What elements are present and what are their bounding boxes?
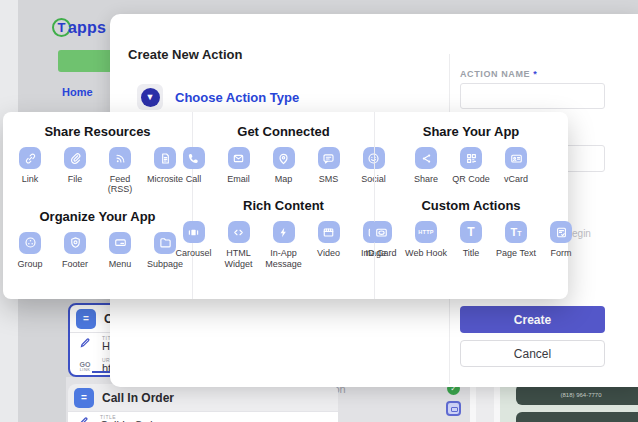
action-name-input[interactable] <box>460 83 605 109</box>
action-type-label: Call <box>171 174 217 184</box>
call-icon[interactable] <box>183 147 205 169</box>
phone-secondary-button[interactable] <box>516 412 638 422</box>
action-type-sms[interactable]: SMS <box>310 147 348 184</box>
microsite-icon[interactable] <box>154 147 176 169</box>
action-type-email[interactable]: Email <box>220 147 258 184</box>
action-type-label: QR Code <box>448 174 494 184</box>
video-icon[interactable] <box>318 221 340 243</box>
caret-down-icon: ▼ <box>141 88 160 107</box>
action-type-web-hook[interactable]: HTTPWeb Hook <box>407 221 445 258</box>
action-type-file[interactable]: File <box>56 147 94 195</box>
sms-icon[interactable] <box>318 147 340 169</box>
picker-section-title: Organize Your App <box>3 209 192 225</box>
action-type-menu[interactable]: Menu <box>101 232 139 269</box>
card-header[interactable]: = Call In Order <box>68 384 338 412</box>
choose-action-type-label[interactable]: Choose Action Type <box>175 90 299 105</box>
choose-action-type-dropdown[interactable]: ▼ Choose Action Type <box>137 84 299 110</box>
in-app-message-icon[interactable] <box>273 221 295 243</box>
action-type-link[interactable]: Link <box>11 147 49 195</box>
action-type-call[interactable]: Call <box>175 147 213 184</box>
action-type-share[interactable]: Share <box>407 147 445 184</box>
action-type-label: Feed (RSS) <box>97 174 143 195</box>
pencil-icon[interactable] <box>76 335 94 353</box>
group-icon[interactable] <box>19 232 41 254</box>
action-type-label: Page Text <box>493 248 539 258</box>
action-type-label: Group <box>7 259 53 269</box>
action-type-label: HTML Widget <box>216 248 262 269</box>
link-icon[interactable] <box>19 147 41 169</box>
logo-text: apps <box>68 19 106 37</box>
pencil-icon[interactable] <box>74 414 92 422</box>
action-type-title[interactable]: TTitle <box>452 221 490 258</box>
file-icon[interactable] <box>64 147 86 169</box>
feed-icon[interactable] <box>109 147 131 169</box>
action-type-id-card[interactable]: ID Card <box>362 221 400 258</box>
picker-section: Share ResourcesLinkFileFeed (RSS)Microsi… <box>3 124 192 195</box>
html-widget-icon[interactable] <box>228 221 250 243</box>
picker-column: Share Your AppShareQR CodevCardCustom Ac… <box>374 112 567 299</box>
action-type-vcard[interactable]: vCard <box>497 147 535 184</box>
qr-code-icon[interactable] <box>460 147 482 169</box>
action-type-group[interactable]: Group <box>11 232 49 269</box>
id-card-icon[interactable] <box>370 221 392 243</box>
action-type-label: Carousel <box>171 248 217 258</box>
picker-section: Organize Your AppGroupFooterMenuSubpage <box>3 209 192 269</box>
vcard-icon[interactable] <box>505 147 527 169</box>
menu-icon[interactable] <box>109 232 131 254</box>
action-type-in-app-message[interactable]: In-App Message <box>265 221 303 269</box>
action-type-qr-code[interactable]: QR Code <box>452 147 490 184</box>
form-icon[interactable] <box>550 221 572 243</box>
card-title: Call In Order <box>102 391 174 405</box>
web-hook-icon[interactable]: HTTP <box>415 221 437 243</box>
action-type-label: Form <box>538 248 584 258</box>
picker-column: Get ConnectedCallEmailMapSMSSocialRich C… <box>192 112 374 299</box>
footer-icon[interactable] <box>64 232 86 254</box>
email-icon[interactable] <box>228 147 250 169</box>
action-type-carousel[interactable]: Carousel <box>175 221 213 269</box>
cancel-button[interactable]: Cancel <box>460 340 605 367</box>
title-icon[interactable]: T <box>460 221 482 243</box>
action-type-label: Map <box>261 174 307 184</box>
action-type-footer[interactable]: Footer <box>56 232 94 269</box>
tapps-logo: Tapps <box>52 18 106 37</box>
action-type-label: SMS <box>306 174 352 184</box>
sidebar-item-home[interactable]: Home <box>62 86 93 98</box>
picker-column: Share ResourcesLinkFileFeed (RSS)Microsi… <box>3 112 192 299</box>
go-link-icon: GO LINK <box>76 361 94 372</box>
drag-handle-icon[interactable]: = <box>76 309 96 329</box>
action-type-label: ID Card <box>358 248 404 258</box>
picker-section-title: Rich Content <box>193 198 374 214</box>
page-text-icon[interactable]: TT <box>505 221 527 243</box>
action-card[interactable]: = Call In Order TITLE Call In Order <box>68 384 338 422</box>
action-type-form[interactable]: Form <box>542 221 580 258</box>
picker-section-title: Custom Actions <box>375 198 567 214</box>
required-asterisk: * <box>533 69 537 79</box>
picker-section: Share Your AppShareQR CodevCard <box>375 124 567 184</box>
action-type-label: Web Hook <box>403 248 449 258</box>
action-type-html-widget[interactable]: HTML Widget <box>220 221 258 269</box>
action-type-label: Link <box>7 174 53 184</box>
drag-handle-icon[interactable]: = <box>74 388 94 408</box>
card-field-title[interactable]: TITLE Call In Order <box>68 412 338 422</box>
link-badge-icon[interactable] <box>446 401 461 416</box>
action-type-picker: Share ResourcesLinkFileFeed (RSS)Microsi… <box>3 112 568 299</box>
action-type-dropdown-icon[interactable]: ▼ <box>137 84 163 110</box>
action-type-feed[interactable]: Feed (RSS) <box>101 147 139 195</box>
action-type-page-text[interactable]: TTPage Text <box>497 221 535 258</box>
share-icon[interactable] <box>415 147 437 169</box>
action-type-label: Menu <box>97 259 143 269</box>
phone-call-button[interactable]: (818) 964-7770 <box>516 384 638 405</box>
action-type-map[interactable]: Map <box>265 147 303 184</box>
action-type-video[interactable]: Video <box>310 221 348 269</box>
action-type-label: In-App Message <box>261 248 307 269</box>
picker-section: Get ConnectedCallEmailMapSMSSocial <box>193 124 374 184</box>
action-name-label: ACTION NAME * <box>460 69 638 79</box>
picker-section-title: Share Resources <box>3 124 192 140</box>
carousel-icon[interactable] <box>183 221 205 243</box>
map-icon[interactable] <box>273 147 295 169</box>
action-type-label: vCard <box>493 174 539 184</box>
action-type-label: Email <box>216 174 262 184</box>
create-button[interactable]: Create <box>460 306 605 333</box>
modal-title: Create New Action <box>128 47 242 62</box>
action-type-label: Share <box>403 174 449 184</box>
